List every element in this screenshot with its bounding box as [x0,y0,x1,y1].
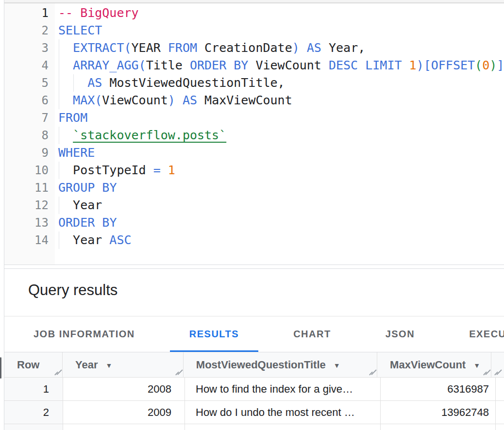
cell-title: How do I undo the most recent … [185,401,381,424]
code-token: -- BigQuery [58,6,139,20]
line-number: 12 [4,197,55,214]
code-line-1[interactable]: -- BigQuery [55,4,504,22]
code-line-12[interactable]: Year [55,197,504,214]
line-number: 8 [4,127,55,144]
column-resize-grip-icon[interactable] [494,369,501,376]
code-token: BY [234,58,248,72]
code-line-14[interactable]: Year ASC [55,232,504,249]
sort-descending-icon[interactable]: ▼ [106,353,113,377]
code-line-2[interactable]: SELECT [55,22,504,39]
line-number: 7 [4,109,55,127]
code-line-6[interactable]: MAX(ViewCount) AS MaxViewCount [55,92,504,109]
code-token [300,41,307,55]
indent-guide [59,197,59,214]
code-token: ] [497,58,504,72]
line-number: 11 [4,179,55,197]
code-line-9[interactable]: WHERE [55,144,504,162]
cell-year [63,424,185,430]
code-token: GROUP [58,181,95,195]
indent-guide [59,39,59,57]
code-token: AS [87,76,102,90]
table-row [4,424,504,430]
cell-title [185,424,381,430]
cropped-toolbar-strip [4,0,504,3]
code-token: Year [58,198,102,212]
tab-results[interactable]: RESULTS [170,316,258,352]
code-token: OFFSET [431,58,475,72]
code-token: 1 [409,58,417,72]
code-token: AS [183,93,197,107]
code-token [58,41,73,55]
column-resize-grip-icon[interactable] [175,369,182,376]
tab-label: JOB INFORMATION [34,329,135,340]
code-token: ) [168,93,175,107]
tab-execution-details[interactable]: EXECUTION DETAILS [450,316,504,352]
tab-json[interactable]: JSON [366,316,434,352]
code-line-7[interactable]: FROM [55,109,504,127]
code-token: 0 [482,58,489,72]
code-token [58,58,73,72]
cell-year: 2008 [63,378,185,400]
code-token: ORDER [58,215,95,230]
code-token: BY [102,215,117,230]
column-header-maxviewcount[interactable]: MaxViewCount▼ [377,352,491,377]
code-line-11[interactable]: GROUP BY [55,179,504,197]
code-line-10[interactable]: PostTypeId = 1 [55,162,504,179]
code-token: Year, [321,41,365,55]
line-number: 3 [4,39,55,57]
code-token [58,128,73,142]
column-header-label: MostViewedQuestionTitle [196,359,326,371]
code-line-13[interactable]: ORDER BY [55,214,504,232]
column-resize-grip-icon[interactable] [369,369,376,376]
code-token: MAX [73,93,95,107]
sort-descending-icon[interactable]: ▼ [473,353,480,377]
code-line-3[interactable]: EXTRACT(YEAR FROM CreationDate) AS Year, [55,39,504,57]
query-results-panel: Query results JOB INFORMATIONRESULTSCHAR… [4,268,504,430]
tab-job-information[interactable]: JOB INFORMATION [14,316,154,352]
line-number: 5 [4,74,55,92]
table-header-row: RowYear▼MostViewedQuestionTitle▼MaxViewC… [4,352,504,378]
code-line-4[interactable]: ARRAY_AGG(Title ORDER BY ViewCount DESC … [55,57,504,74]
indent-guide [59,74,59,92]
tab-chart[interactable]: CHART [274,316,351,352]
cell-row-number: 1 [4,378,63,400]
code-token: PostTypeId [58,163,153,177]
tab-label: EXECUTION DETAILS [469,329,504,340]
table-row: 22009How do I undo the most recent …1396… [4,401,504,424]
results-table: RowYear▼MostViewedQuestionTitle▼MaxViewC… [4,352,504,430]
code-token: ( [95,93,102,107]
column-header-mostviewedquestiontitle[interactable]: MostViewedQuestionTitle▼ [184,352,377,377]
code-line-5[interactable]: AS MostViewedQuestionTitle, [55,74,504,92]
code-token [161,163,168,177]
code-token [95,181,102,195]
sort-descending-icon[interactable]: ▼ [334,353,340,377]
sql-editor[interactable]: 1234567891011121314 -- BigQuerySELECT EX… [4,3,504,265]
line-number: 6 [4,92,55,109]
indent-guide [59,92,59,109]
code-token: ViewCount [248,58,329,72]
indent-guide [59,232,59,249]
code-token: ( [139,58,146,72]
table-reference-link[interactable]: `stackoverflow.posts` [73,128,226,142]
table-row: 12008How to find the index for a give…63… [4,378,504,401]
code-line-8[interactable]: `stackoverflow.posts` [55,127,504,144]
code-token: FROM [58,111,87,125]
code-token: ) [292,41,300,55]
vertical-scrollbar-thumb[interactable] [0,357,1,379]
code-token: FROM [168,41,197,55]
column-header-label: Row [17,359,39,371]
column-resize-grip-icon[interactable] [483,369,490,376]
code-token: ( [475,58,482,72]
cell-row-number [4,424,63,430]
code-token: ( [124,41,131,55]
code-token: MaxViewCount [197,93,292,107]
code-area[interactable]: -- BigQuerySELECT EXTRACT(YEAR FROM Crea… [55,3,504,265]
column-resize-grip-icon[interactable] [54,369,61,376]
cell-title: How to find the index for a give… [185,378,381,400]
code-token: DESC [329,58,358,72]
code-token: Title [146,58,190,72]
line-number: 2 [4,22,55,39]
code-token: SELECT [58,23,102,37]
cell-max-view-count: 6316987 [381,378,496,400]
column-header-year[interactable]: Year▼ [63,352,184,377]
